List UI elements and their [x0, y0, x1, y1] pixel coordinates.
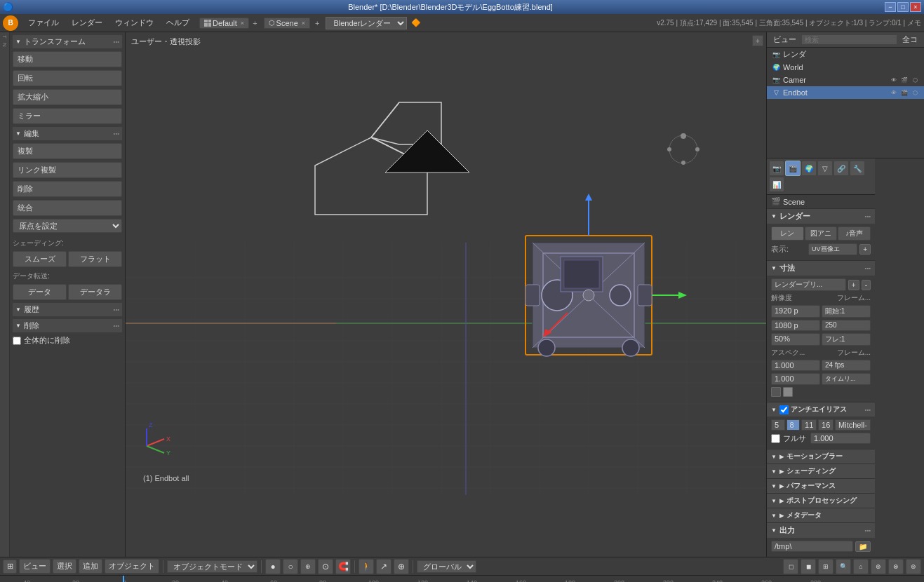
output-browse-btn[interactable]: 📁 [855, 541, 871, 552]
delete-section-header[interactable]: 削除 ••• [13, 319, 122, 332]
endbot-cam-btn[interactable]: 🎬 [899, 88, 909, 97]
viewport-snap-btn[interactable]: ⊙ [318, 559, 333, 574]
history-section-header[interactable]: 履歴 ••• [13, 303, 122, 316]
endbot-eye-btn[interactable]: 👁 [889, 88, 899, 97]
aspect-y-field[interactable]: 1.000 [771, 373, 820, 385]
render-vis-btn[interactable]: ⬡ [910, 75, 920, 85]
viewport-corner-btn[interactable]: + [752, 35, 763, 46]
delete-btn[interactable]: 削除 [13, 181, 122, 197]
prop-icon-constraint[interactable]: 🔗 [833, 161, 849, 176]
menu-render[interactable]: レンダー [66, 16, 108, 29]
timeline[interactable]: -40 -20 0 20 40 60 80 100 120 140 160 18… [0, 575, 924, 582]
vp-global-select[interactable]: グローバル [417, 560, 476, 573]
scale-btn[interactable]: 拡大縮小 [13, 89, 122, 105]
vp-btn-4[interactable]: 🔍 [836, 559, 851, 574]
vp-btn-6[interactable]: ⊕ [871, 559, 886, 574]
prop-icon-camera[interactable]: 📷 [769, 161, 784, 176]
vp-btn-3[interactable]: ⊞ [818, 559, 833, 574]
preset-field[interactable]: レンダープリ... [771, 278, 846, 291]
smooth-btn[interactable]: スムーズ [13, 251, 67, 267]
scene-add[interactable]: + [313, 19, 321, 27]
prop-icon-data[interactable]: 📊 [769, 177, 784, 192]
scene-tab[interactable]: ⬡ Scene × [264, 18, 310, 29]
aspect-x-field[interactable]: 1.000 [771, 360, 820, 371]
edit-section-header[interactable]: 編集 ••• [13, 127, 122, 140]
prop-icon-world[interactable]: 🌍 [801, 161, 817, 176]
scene-close[interactable]: × [302, 20, 305, 27]
start-field[interactable]: 開始:1 [822, 305, 871, 318]
vp-btn-8[interactable]: ⊛ [906, 559, 921, 574]
height-field[interactable]: 1080 p [771, 320, 820, 331]
full-val-field[interactable]: 1.000 [810, 433, 871, 444]
vp-view-btn[interactable]: ビュー [19, 559, 51, 574]
transform-section-header[interactable]: トランスフォーム ••• [13, 35, 122, 48]
percent-field[interactable]: 50% [771, 333, 820, 346]
end-field[interactable]: 250 [822, 320, 871, 331]
aa-16[interactable]: 16 [818, 419, 833, 431]
output-section-header[interactable]: 出力 ••• [767, 523, 875, 538]
workspace-add[interactable]: + [250, 19, 259, 27]
outliner-all-tab[interactable]: 全コ [899, 34, 921, 46]
shading-header[interactable]: ▶ シェーディング [767, 464, 875, 478]
vp-btn-2[interactable]: ◼ [801, 559, 816, 574]
vp-btn-5[interactable]: ⌂ [853, 559, 869, 574]
outliner-view-tab[interactable]: ビュー [770, 34, 800, 46]
minimize-btn[interactable]: − [885, 2, 896, 12]
preset-add[interactable]: + [848, 280, 859, 290]
prop-icon-scene[interactable]: 🎬 [785, 161, 801, 176]
perf-header[interactable]: ▶ パフォーマンス [767, 479, 875, 493]
aa-8[interactable]: 8 [786, 419, 801, 431]
vp-select-btn[interactable]: 選択 [53, 559, 76, 574]
all-delete-checkbox[interactable] [13, 337, 21, 345]
datara-btn[interactable]: データラ [68, 284, 122, 300]
outliner-camera-item[interactable]: 📷 Camer 👁 🎬 ⬡ [767, 74, 924, 86]
color-swatch-2[interactable] [783, 387, 793, 397]
eye-btn[interactable]: 👁 [889, 75, 899, 85]
menu-file[interactable]: ファイル [22, 16, 65, 29]
outliner-render-item[interactable]: 📷 レンダ [767, 48, 924, 61]
preset-remove[interactable]: - [862, 280, 871, 290]
motion-blur-header[interactable]: ▶ モーションブラー [767, 449, 875, 463]
duplicate-btn[interactable]: 複製 [13, 143, 122, 159]
render-tab-audio[interactable]: ♪音声 [838, 226, 871, 241]
aa-header[interactable]: アンチエイリアス ••• [767, 402, 875, 417]
endbot-render-btn[interactable]: ⬡ [910, 88, 920, 97]
renderer-select[interactable]: Blenderレンダー [326, 17, 407, 29]
data-btn[interactable]: データ [13, 284, 67, 300]
outliner-endbot-item[interactable]: ▽ Endbot 👁 🎬 ⬡ [767, 86, 924, 99]
rotate-btn[interactable]: 回転 [13, 70, 122, 86]
dimensions-header[interactable]: 寸法 ••• [767, 261, 875, 276]
display-select[interactable]: UV画像エ [808, 243, 857, 255]
cur-frame-field[interactable]: フレ:1 [822, 333, 871, 346]
transform-icon[interactable]: ⊕ [394, 559, 409, 574]
prop-icon-modifier[interactable]: 🔧 [850, 161, 865, 176]
full-sample-check[interactable] [771, 434, 780, 443]
merge-btn[interactable]: 統合 [13, 200, 122, 216]
vp-object-btn[interactable]: オブジェクト [105, 559, 159, 574]
viewport-shade-btn[interactable]: ● [265, 559, 281, 574]
walk-icon[interactable]: 🚶 [359, 559, 374, 574]
flat-btn[interactable]: フラット [68, 251, 122, 267]
post-header[interactable]: ▶ ポストプロセッシング [767, 494, 875, 508]
aa-5[interactable]: 5 [771, 419, 785, 431]
move-btn[interactable]: 移動 [13, 51, 122, 67]
vp-mode-icon[interactable]: ⊞ [3, 560, 17, 574]
vp-btn-1[interactable]: ◻ [783, 559, 798, 574]
meta-header[interactable]: ▶ メタデータ [767, 508, 875, 522]
fly-icon[interactable]: ↗ [376, 559, 391, 574]
link-dup-btn[interactable]: リンク複製 [13, 162, 122, 178]
menu-help[interactable]: ヘルプ [161, 16, 195, 29]
render-section-header[interactable]: レンダー ••• [767, 209, 875, 224]
mitchell-select[interactable]: Mitchell- [835, 419, 871, 431]
vp-add-btn[interactable]: 追加 [79, 559, 102, 574]
timeline-playhead[interactable] [123, 576, 124, 582]
workspace-default-tab[interactable]: Default × [199, 18, 249, 29]
render-tab-render[interactable]: レン [771, 226, 804, 241]
viewport-wire-btn[interactable]: ○ [283, 559, 298, 574]
time-remap-field[interactable]: タイムリ... [822, 373, 871, 385]
outliner-world-item[interactable]: 🌍 World [767, 61, 924, 74]
aa-checkbox[interactable] [779, 405, 789, 414]
viewport-magnet-btn[interactable]: 🧲 [335, 559, 351, 574]
strip-n[interactable]: N [0, 41, 9, 48]
viewport-tex-btn[interactable]: ⊕ [300, 559, 316, 574]
